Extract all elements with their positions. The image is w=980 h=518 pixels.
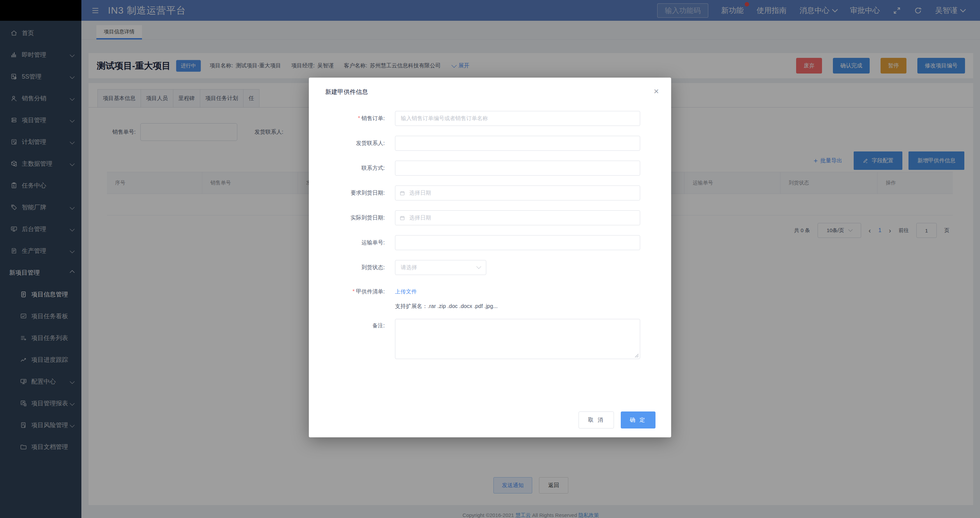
required-asterisk: * [352, 289, 355, 294]
text-input-销售订单[interactable] [395, 111, 640, 126]
modal-field-row: *甲供件清单:上传文件支持扩展名：.rar .zip .doc .docx .p… [309, 285, 671, 310]
modal-field-row: 联系方式: [309, 160, 671, 176]
modal-field-row: 要求到货日期: [309, 186, 671, 200]
text-input-联系方式[interactable] [395, 160, 640, 176]
date-input-要求到货日期[interactable] [395, 186, 640, 200]
modal-field-row: 备注: [309, 319, 671, 361]
modal-field-row: 运输单号: [309, 235, 671, 250]
upload-file-link[interactable]: 上传文件 [395, 285, 417, 296]
field-label: *销售订单: [309, 115, 395, 122]
modal-footer: 取 消 确 定 [579, 412, 655, 429]
close-icon[interactable]: × [654, 88, 659, 95]
required-asterisk: * [358, 115, 360, 121]
calendar-icon [399, 190, 405, 196]
date-input-实际到货日期[interactable] [395, 210, 640, 225]
cancel-button[interactable]: 取 消 [579, 412, 614, 429]
modal-title: 新建甲供件信息 [325, 88, 368, 96]
field-label: 发货联系人: [309, 140, 395, 147]
field-label: 备注: [309, 319, 395, 329]
select-placeholder: 请选择 [401, 264, 417, 271]
modal-field-row: 实际到货日期: [309, 210, 671, 225]
field-label: *甲供件清单: [309, 285, 395, 296]
text-input-运输单号[interactable] [395, 235, 640, 250]
text-input-发货联系人[interactable] [395, 136, 640, 151]
chevron-down-icon [476, 264, 481, 269]
select-到货状态[interactable]: 请选择 [395, 260, 486, 275]
date-text-input[interactable] [409, 189, 636, 196]
upload-hint: 支持扩展名：.rar .zip .doc .docx .pdf .jpg... [395, 303, 498, 310]
resize-grip-icon[interactable] [635, 354, 639, 358]
remarks-textarea[interactable] [395, 319, 640, 359]
field-label: 运输单号: [309, 239, 395, 246]
modal-field-row: 到货状态:请选择 [309, 260, 671, 275]
field-label: 实际到货日期: [309, 215, 395, 222]
field-label: 到货状态: [309, 264, 395, 271]
app-screen: IN3 制造运营平台 输入功能码 新功能 使用指南 消息中心 审批中心 吴智谨 … [0, 0, 980, 518]
modal-field-row: 发货联系人: [309, 136, 671, 151]
modal-field-row: *销售订单: [309, 111, 671, 126]
new-supplied-part-modal: 新建甲供件信息 × *销售订单:发货联系人:联系方式:要求到货日期:实际到货日期… [309, 78, 671, 437]
upload-field: 上传文件支持扩展名：.rar .zip .doc .docx .pdf .jpg… [395, 285, 498, 310]
date-text-input[interactable] [409, 215, 636, 221]
calendar-icon [399, 215, 405, 221]
field-label: 要求到货日期: [309, 189, 395, 197]
field-label: 联系方式: [309, 165, 395, 172]
confirm-button[interactable]: 确 定 [621, 412, 655, 429]
modal-form: *销售订单:发货联系人:联系方式:要求到货日期:实际到货日期:运输单号:到货状态… [309, 111, 671, 361]
modal-header: 新建甲供件信息 × [309, 78, 671, 96]
